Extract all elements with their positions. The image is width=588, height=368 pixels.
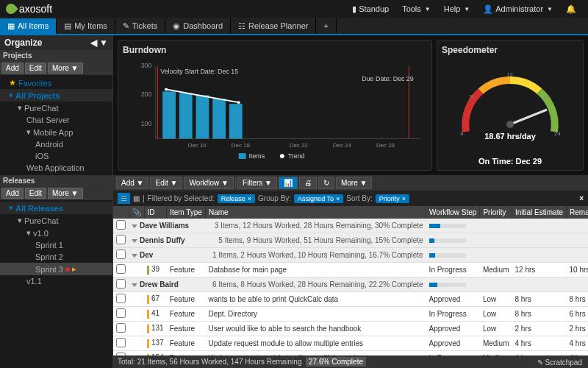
refresh-icon[interactable]: ↻ [318,177,334,189]
projects-label: Projects [0,50,112,61]
col-id[interactable]: ID [144,206,167,219]
chart-icon[interactable]: 📊 [279,177,298,189]
tab-my-items[interactable]: ▤ My Items [57,18,115,34]
release-node[interactable]: v1.1 [0,275,112,287]
project-node[interactable]: ▾ PureChat [0,102,112,114]
filter-chip-priority[interactable]: Priority× [376,194,409,203]
project-node[interactable]: Chat Server [0,114,112,126]
table-row[interactable]: 67Featurewants to be able to print Quick… [113,292,588,307]
col-step[interactable]: Workflow Step [426,206,480,219]
burndown-title: Burndown [123,45,427,55]
filter-chip-release[interactable]: Release× [218,194,255,203]
project-node[interactable]: Web Application [0,162,112,174]
edit-button[interactable]: Edit ▼ [150,177,182,189]
add-button[interactable]: Add ▼ [116,177,148,189]
velocity-label: Velocity Start Date: Dec 15 [160,68,238,75]
project-node[interactable]: iOS [0,150,112,162]
due-label: Due Date: Dec 29 [362,75,413,82]
tab-dashboard[interactable]: ◉ Dashboard [165,18,231,34]
col-type[interactable]: Item Type [167,206,206,219]
release-node[interactable]: ▾ PureChat [0,214,112,227]
more-release-button[interactable]: More ▼ [48,188,82,199]
col-est[interactable]: Initial Estimate [512,206,566,219]
tab-release-planner[interactable]: ☷ Release Planner [231,18,316,34]
logo: axosoft [6,3,52,15]
view-list-icon[interactable]: ☰ [118,193,130,204]
tab-add[interactable]: + [316,18,336,33]
svg-point-22 [280,154,284,158]
svg-rect-10 [212,99,226,138]
tab-all-items[interactable]: ▦ All Items [0,18,57,34]
user-menu[interactable]: 👤 Administrator▼ [477,2,559,16]
project-node[interactable]: Android [0,138,112,150]
items-grid: 📎 ID Item Type Name Workflow Step Priori… [113,206,588,355]
close-filters-icon[interactable]: × [579,194,584,202]
col-rem[interactable]: Remaining Estim [567,206,588,219]
standup-button[interactable]: ▮ Standup [346,2,395,16]
all-releases-node[interactable]: ▾ All Releases [0,202,112,214]
releases-label: Releases [0,175,112,186]
print-icon[interactable]: 🖨 [299,177,317,189]
col-priority[interactable]: Priority [480,206,512,219]
svg-point-14 [237,101,240,104]
table-row[interactable]: 41FeatureDept. DirectoryIn ProgressLow8 … [113,307,588,322]
svg-text:4: 4 [460,130,464,137]
table-row[interactable]: 39FeatureDatabase for main pageIn Progre… [113,263,588,277]
all-projects-node[interactable]: ▾ All Projects [0,89,112,102]
favorites-node[interactable]: ★Favorites [0,77,112,89]
organize-header: Organize◀ ▼ [0,35,112,50]
svg-text:Items: Items [249,152,265,160]
svg-text:18.67 hrs/day: 18.67 hrs/day [484,132,537,141]
group-row[interactable]: Dennis Duffy5 Items, 9 Hours Worked, 51 … [113,233,588,248]
filters-button[interactable]: Filters ▼ [237,177,277,189]
scratchpad-button[interactable]: ✎ Scratchpad [531,357,588,368]
tools-menu[interactable]: Tools▼ [396,2,437,15]
release-node[interactable]: Sprint 2 [0,251,112,263]
add-release-button[interactable]: Add [1,188,24,199]
svg-point-30 [506,121,514,128]
col-name[interactable]: Name [205,206,426,219]
table-row[interactable]: 137FeatureUpdate request module to allow… [113,336,588,351]
project-node[interactable]: ▾ Mobile App [0,126,112,138]
svg-text:200: 200 [141,91,152,98]
svg-text:Dec 24: Dec 24 [333,142,352,149]
svg-text:100: 100 [141,120,152,127]
release-node[interactable]: ▾ v1.0 [0,227,112,239]
notifications-icon[interactable]: 🔔 [560,2,582,16]
table-row[interactable]: 131FeatureUser would like to able to sea… [113,322,588,336]
group-row[interactable]: Dev1 Items, 2 Hours Worked, 10 Hours Rem… [113,248,588,263]
workflow-button[interactable]: Workflow ▼ [184,177,234,189]
sortby-label: Sort By: [346,194,373,202]
more-button[interactable]: More ▼ [336,177,372,189]
tab-tickets[interactable]: ✎ Tickets [115,18,165,34]
svg-text:16: 16 [543,93,550,100]
burndown-chart: Burndown 300 200 100 Velocity Start Date… [118,40,432,171]
edit-release-button[interactable]: Edit [25,188,46,199]
edit-project-button[interactable]: Edit [25,63,46,74]
groupby-label: Group By: [258,194,291,202]
filter-chip-assigned[interactable]: Assigned To× [294,194,343,203]
speedo-caption: On Time: Dec 29 [442,157,578,166]
brand-text: axosoft [19,3,52,15]
svg-rect-11 [229,104,243,138]
svg-text:Trend: Trend [288,152,305,160]
speedometer: Speedometer 4 8 12 16 24 18.67 hrs/day O… [437,40,584,171]
footer-pct: 27.6% Complete [306,357,366,367]
group-row[interactable]: Dave Williams3 Items, 12 Hours Worked, 2… [113,219,588,233]
svg-point-13 [165,88,168,91]
svg-text:Dec 22: Dec 22 [290,142,308,149]
status-bar: Total: 21 Items, 56 Hours Worked, 147 Ho… [113,355,588,368]
help-menu[interactable]: Help▼ [438,2,476,15]
grid-toolbar: Add ▼ Edit ▼ Workflow ▼ Filters ▼ 📊 🖨 ↻ … [113,175,588,191]
release-node[interactable]: Sprint 1 [0,239,112,251]
svg-rect-7 [162,91,176,138]
filter-bar: ☰ ▦ | Filtered by Selected: Release× Gro… [113,191,588,206]
add-project-button[interactable]: Add [1,63,24,74]
group-row[interactable]: Drew Baird6 Items, 8 Hours Worked, 28 Ho… [113,277,588,292]
svg-text:Dec 18: Dec 18 [232,142,251,149]
svg-text:24: 24 [554,130,561,137]
release-node-selected[interactable]: Sprint 3 ▸ [0,263,112,275]
more-project-button[interactable]: More ▼ [48,63,82,74]
view-card-icon[interactable]: ▦ [133,194,140,202]
col-checkbox[interactable] [113,206,129,219]
